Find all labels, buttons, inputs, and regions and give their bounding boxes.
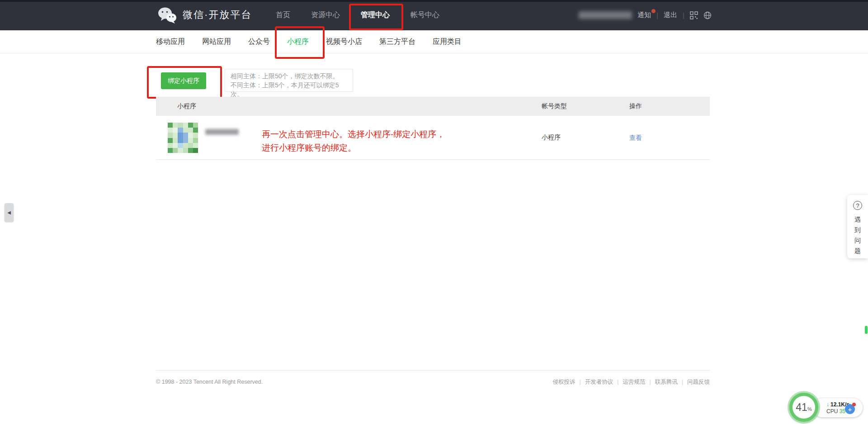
footer-separator: | [617, 379, 618, 385]
bind-mini-program-button[interactable]: 绑定小程序 [161, 72, 206, 89]
top-header-bar: 微信·开放平台 首页 资源中心 管理中心 帐号中心 通知 | 退出 | [0, 0, 868, 30]
tab-channels-shop[interactable]: 视频号小店 [326, 37, 362, 47]
plus-icon: + [848, 406, 852, 413]
footer-separator: | [580, 379, 581, 385]
logout-link[interactable]: 退出 [664, 11, 677, 19]
user-area: 通知 | 退出 | [579, 0, 712, 30]
notifications-label: 通知 [637, 11, 651, 19]
help-char: 遇 [854, 214, 861, 225]
gauge-value: 41 [796, 401, 807, 414]
help-char: 到 [854, 225, 861, 235]
mini-program-table: 小程序 帐号类型 操作 再一次点击管理中心。 [156, 97, 710, 160]
column-header-mini-program: 小程序 [156, 102, 542, 110]
bind-limit-tip-line2: 不同主体：上限5个，本月还可以绑定5次。 [231, 81, 347, 99]
help-char: 问 [854, 235, 861, 246]
app-name-blurred [205, 129, 239, 135]
primary-nav: 首页 资源中心 管理中心 帐号中心 [276, 0, 439, 30]
username-blurred[interactable] [579, 11, 632, 19]
table-row: 再一次点击管理中心。选择小程序-绑定小程序， 进行小程序账号的绑定。 小程序 查… [156, 116, 710, 160]
column-header-action: 操作 [629, 102, 684, 110]
qr-code-icon[interactable] [690, 11, 698, 19]
wechat-logo-icon [157, 6, 177, 24]
footer-separator: | [682, 379, 683, 385]
notification-badge-dot [651, 9, 656, 13]
tab-app-category[interactable]: 应用类目 [433, 37, 462, 47]
copyright-text: © 1998 - 2023 Tencent All Right Reserved… [156, 379, 263, 385]
footer-link-feedback[interactable]: 问题反馈 [687, 378, 710, 386]
footer-separator: | [650, 379, 651, 385]
annotation-text-line1: 再一次点击管理中心。选择小程序-绑定小程序， [262, 128, 445, 141]
notifications-link[interactable]: 通知 [637, 11, 651, 19]
percentage-gauge[interactable]: 41 % [789, 393, 818, 422]
footer-link-contact-tencent[interactable]: 联系腾讯 [655, 378, 678, 386]
scrollbar-green-marker[interactable] [865, 326, 868, 334]
tab-mini-program[interactable]: 小程序 [287, 37, 309, 47]
download-speed: ↓ 12.1K/s [826, 401, 863, 408]
view-link[interactable]: 查看 [629, 134, 642, 141]
page-footer: © 1998 - 2023 Tencent All Right Reserved… [156, 370, 710, 393]
help-feedback-panel[interactable]: ? 遇 到 问 题 [847, 195, 868, 258]
cpu-label: CPU [826, 408, 838, 414]
globe-language-icon[interactable] [703, 11, 712, 19]
table-header-row: 小程序 帐号类型 操作 [156, 97, 710, 116]
plus-notification-dot [852, 403, 856, 406]
account-type-value: 小程序 [542, 133, 629, 142]
footer-link-developer-agreement[interactable]: 开发者协议 [585, 378, 613, 386]
secondary-nav: 移动应用 网站应用 公众号 小程序 视频号小店 第三方平台 应用类目 [0, 30, 868, 53]
annotation-text-line2: 进行小程序账号的绑定。 [262, 141, 445, 155]
help-question-icon: ? [853, 201, 862, 210]
brand-title: 微信·开放平台 [183, 8, 252, 22]
nav-management-center[interactable]: 管理中心 [361, 10, 390, 20]
footer-link-infringement[interactable]: 侵权投诉 [553, 378, 576, 386]
action-cell: 查看 [629, 133, 684, 142]
help-char: 题 [854, 246, 861, 256]
header-separator: | [683, 11, 684, 19]
download-arrow-icon: ↓ [826, 401, 829, 408]
tab-website-app[interactable]: 网站应用 [202, 37, 231, 47]
footer-link-operation-rules[interactable]: 运营规范 [623, 378, 646, 386]
cpu-status: CPU 35℃ [826, 408, 863, 414]
bind-limit-tip-line1: 相同主体：上限50个，绑定次数不限。 [231, 71, 347, 81]
collapse-arrow-icon: ◀ [7, 210, 11, 215]
nav-account-center[interactable]: 帐号中心 [410, 10, 439, 20]
app-icon-mosaic [168, 123, 198, 153]
wechat-open-platform-page: 微信·开放平台 首页 资源中心 管理中心 帐号中心 通知 | 退出 | [0, 0, 868, 424]
tab-official-account[interactable]: 公众号 [248, 37, 270, 47]
footer-links: 侵权投诉 | 开发者协议 | 运营规范 | 联系腾讯 | 问题反馈 [553, 378, 710, 386]
brand-logo[interactable]: 微信·开放平台 [157, 6, 252, 24]
left-collapse-handle[interactable]: ◀ [5, 203, 14, 222]
tab-mobile-app[interactable]: 移动应用 [156, 37, 185, 47]
column-header-account-type: 帐号类型 [542, 102, 629, 110]
header-separator: | [656, 11, 658, 19]
tab-third-party-platform[interactable]: 第三方平台 [379, 37, 415, 47]
nav-resource-center[interactable]: 资源中心 [311, 10, 340, 20]
network-cpu-pill[interactable]: ↓ 12.1K/s CPU 35℃ [813, 398, 863, 417]
nav-home[interactable]: 首页 [276, 10, 290, 20]
annotation-text-red: 再一次点击管理中心。选择小程序-绑定小程序， 进行小程序账号的绑定。 [262, 128, 445, 155]
gauge-unit: % [807, 406, 812, 412]
bind-limit-tip: 相同主体：上限50个，绑定次数不限。 不同主体：上限5个，本月还可以绑定5次。 [225, 69, 353, 92]
